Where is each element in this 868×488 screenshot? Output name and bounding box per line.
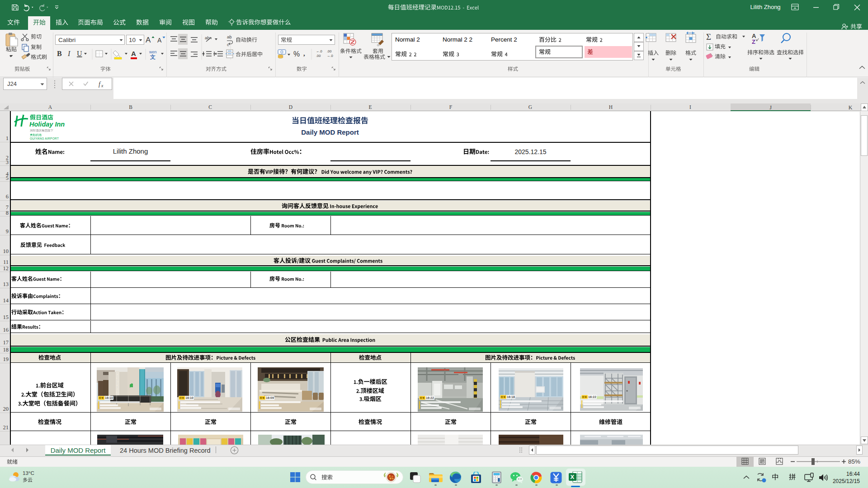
- svg-text:文: 文: [150, 54, 156, 60]
- svg-text:Z: Z: [752, 38, 755, 45]
- svg-text:ab: ab: [205, 35, 210, 40]
- svg-text:I: I: [67, 50, 71, 57]
- svg-text:16:18: 16:18: [507, 395, 515, 399]
- svg-text:16:09: 16:09: [266, 396, 274, 399]
- svg-text:B: B: [57, 50, 62, 57]
- svg-text:,: ,: [303, 50, 305, 57]
- svg-text:A: A: [146, 36, 151, 44]
- svg-text:U: U: [77, 50, 82, 57]
- svg-text:X: X: [571, 474, 575, 480]
- svg-text:16:22: 16:22: [588, 395, 596, 399]
- svg-text:c: c: [227, 42, 229, 47]
- svg-text:.00: .00: [327, 49, 331, 53]
- svg-text:16:10: 16:10: [105, 396, 113, 399]
- svg-text:→.0: →.0: [327, 54, 333, 58]
- svg-text:.00: .00: [316, 54, 321, 58]
- svg-text:x: x: [101, 83, 104, 88]
- svg-text:ab: ab: [227, 34, 232, 39]
- svg-text:A: A: [157, 37, 162, 44]
- svg-text:A: A: [131, 50, 136, 57]
- svg-text:←.0: ←.0: [316, 49, 322, 53]
- svg-text:Σ: Σ: [706, 32, 711, 42]
- svg-text:%: %: [293, 50, 300, 58]
- svg-text:16:10: 16:10: [185, 396, 193, 399]
- svg-text:16:22: 16:22: [426, 396, 434, 399]
